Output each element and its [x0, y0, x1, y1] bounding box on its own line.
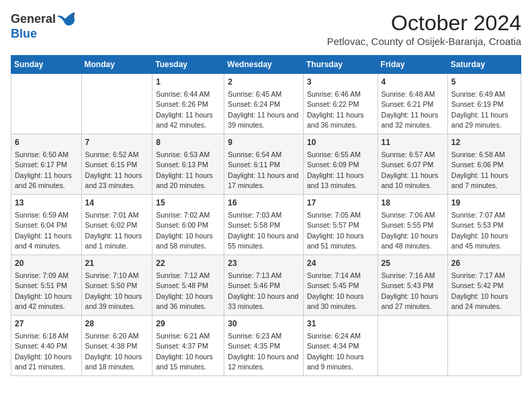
calendar-cell: 21Sunrise: 7:10 AM Sunset: 5:50 PM Dayli… [81, 255, 152, 316]
calendar-week-row: 1Sunrise: 6:44 AM Sunset: 6:26 PM Daylig… [11, 74, 521, 134]
day-info: Sunrise: 6:44 AM Sunset: 6:26 PM Dayligh… [156, 90, 213, 129]
day-number: 19 [451, 197, 517, 209]
day-info: Sunrise: 7:09 AM Sunset: 5:51 PM Dayligh… [15, 271, 72, 310]
day-number: 10 [307, 137, 374, 148]
day-number: 30 [228, 318, 300, 330]
day-info: Sunrise: 7:17 AM Sunset: 5:42 PM Dayligh… [451, 271, 508, 310]
calendar-cell: 2Sunrise: 6:45 AM Sunset: 6:24 PM Daylig… [224, 74, 304, 134]
day-info: Sunrise: 6:54 AM Sunset: 6:11 PM Dayligh… [228, 150, 298, 189]
weekday-header-tuesday: Tuesday [152, 56, 224, 74]
day-number: 22 [156, 258, 220, 269]
day-number: 1 [156, 77, 220, 88]
location-title: Petlovac, County of Osijek-Baranja, Croa… [327, 36, 521, 47]
calendar-cell: 7Sunrise: 6:52 AM Sunset: 6:15 PM Daylig… [81, 134, 152, 195]
day-number: 2 [228, 77, 300, 88]
day-info: Sunrise: 7:05 AM Sunset: 5:57 PM Dayligh… [307, 211, 364, 250]
calendar-cell: 16Sunrise: 7:03 AM Sunset: 5:58 PM Dayli… [224, 195, 304, 255]
calendar-cell: 31Sunrise: 6:24 AM Sunset: 4:34 PM Dayli… [303, 316, 378, 376]
calendar-cell: 1Sunrise: 6:44 AM Sunset: 6:26 PM Daylig… [152, 74, 224, 134]
day-number: 25 [382, 258, 444, 269]
weekday-header-saturday: Saturday [447, 56, 521, 74]
calendar-cell: 25Sunrise: 7:16 AM Sunset: 5:43 PM Dayli… [378, 255, 447, 316]
day-number: 6 [15, 137, 78, 148]
logo: General Blue [11, 11, 76, 41]
calendar-cell: 23Sunrise: 7:13 AM Sunset: 5:46 PM Dayli… [224, 255, 304, 316]
calendar-cell: 11Sunrise: 6:57 AM Sunset: 6:07 PM Dayli… [378, 134, 447, 195]
day-number: 17 [307, 197, 374, 209]
day-number: 11 [382, 137, 444, 148]
calendar-cell: 20Sunrise: 7:09 AM Sunset: 5:51 PM Dayli… [11, 255, 82, 316]
calendar-cell: 22Sunrise: 7:12 AM Sunset: 5:48 PM Dayli… [152, 255, 224, 316]
day-number: 16 [228, 197, 300, 209]
day-number: 27 [15, 318, 78, 330]
calendar-cell [11, 74, 82, 134]
day-info: Sunrise: 6:59 AM Sunset: 6:04 PM Dayligh… [15, 211, 72, 250]
day-info: Sunrise: 6:57 AM Sunset: 6:07 PM Dayligh… [382, 150, 439, 189]
calendar-cell: 10Sunrise: 6:55 AM Sunset: 6:09 PM Dayli… [303, 134, 378, 195]
calendar-week-row: 13Sunrise: 6:59 AM Sunset: 6:04 PM Dayli… [11, 195, 521, 255]
day-info: Sunrise: 7:10 AM Sunset: 5:50 PM Dayligh… [85, 271, 142, 310]
day-info: Sunrise: 6:18 AM Sunset: 4:40 PM Dayligh… [15, 332, 72, 371]
day-info: Sunrise: 6:49 AM Sunset: 6:19 PM Dayligh… [451, 90, 508, 129]
calendar-cell [378, 316, 447, 376]
calendar-cell: 17Sunrise: 7:05 AM Sunset: 5:57 PM Dayli… [303, 195, 378, 255]
day-number: 24 [307, 258, 374, 269]
calendar-cell: 29Sunrise: 6:21 AM Sunset: 4:37 PM Dayli… [152, 316, 224, 376]
day-info: Sunrise: 6:23 AM Sunset: 4:35 PM Dayligh… [228, 332, 298, 371]
day-number: 23 [228, 258, 300, 269]
day-number: 31 [307, 318, 374, 330]
calendar-cell: 30Sunrise: 6:23 AM Sunset: 4:35 PM Dayli… [224, 316, 304, 376]
day-info: Sunrise: 6:48 AM Sunset: 6:21 PM Dayligh… [382, 90, 439, 129]
day-number: 14 [85, 197, 149, 209]
day-number: 28 [85, 318, 149, 330]
day-number: 21 [85, 258, 149, 269]
calendar-cell [81, 74, 152, 134]
calendar-cell: 4Sunrise: 6:48 AM Sunset: 6:21 PM Daylig… [378, 74, 447, 134]
day-number: 15 [156, 197, 220, 209]
day-number: 29 [156, 318, 220, 330]
day-info: Sunrise: 6:58 AM Sunset: 6:06 PM Dayligh… [451, 150, 508, 189]
day-info: Sunrise: 6:45 AM Sunset: 6:24 PM Dayligh… [228, 90, 298, 129]
calendar-cell: 13Sunrise: 6:59 AM Sunset: 6:04 PM Dayli… [11, 195, 82, 255]
weekday-header-thursday: Thursday [303, 56, 378, 74]
day-number: 4 [382, 77, 444, 88]
day-number: 7 [85, 137, 149, 148]
day-info: Sunrise: 6:46 AM Sunset: 6:22 PM Dayligh… [307, 90, 364, 129]
calendar-cell: 24Sunrise: 7:14 AM Sunset: 5:45 PM Dayli… [303, 255, 378, 316]
calendar-cell [447, 316, 521, 376]
day-info: Sunrise: 7:01 AM Sunset: 6:02 PM Dayligh… [85, 211, 142, 250]
day-info: Sunrise: 6:53 AM Sunset: 6:13 PM Dayligh… [156, 150, 213, 189]
day-number: 20 [15, 258, 78, 269]
calendar-header-row: SundayMondayTuesdayWednesdayThursdayFrid… [11, 56, 521, 74]
weekday-header-friday: Friday [378, 56, 447, 74]
day-info: Sunrise: 7:02 AM Sunset: 6:00 PM Dayligh… [156, 211, 213, 250]
day-info: Sunrise: 7:06 AM Sunset: 5:55 PM Dayligh… [382, 211, 439, 250]
weekday-header-sunday: Sunday [11, 56, 82, 74]
calendar-cell: 26Sunrise: 7:17 AM Sunset: 5:42 PM Dayli… [447, 255, 521, 316]
calendar-week-row: 27Sunrise: 6:18 AM Sunset: 4:40 PM Dayli… [11, 316, 521, 376]
day-info: Sunrise: 6:21 AM Sunset: 4:37 PM Dayligh… [156, 332, 213, 371]
day-info: Sunrise: 7:16 AM Sunset: 5:43 PM Dayligh… [382, 271, 439, 310]
calendar-cell: 14Sunrise: 7:01 AM Sunset: 6:02 PM Dayli… [81, 195, 152, 255]
day-info: Sunrise: 6:24 AM Sunset: 4:34 PM Dayligh… [307, 332, 364, 371]
calendar-cell: 12Sunrise: 6:58 AM Sunset: 6:06 PM Dayli… [447, 134, 521, 195]
logo-bird-icon [56, 11, 76, 27]
day-info: Sunrise: 6:50 AM Sunset: 6:17 PM Dayligh… [15, 150, 72, 189]
title-section: October 2024 Petlovac, County of Osijek-… [327, 11, 521, 47]
day-number: 3 [307, 77, 374, 88]
logo-blue-text: Blue [11, 27, 37, 41]
calendar-cell: 27Sunrise: 6:18 AM Sunset: 4:40 PM Dayli… [11, 316, 82, 376]
day-number: 18 [382, 197, 444, 209]
day-info: Sunrise: 7:14 AM Sunset: 5:45 PM Dayligh… [307, 271, 364, 310]
calendar-week-row: 20Sunrise: 7:09 AM Sunset: 5:51 PM Dayli… [11, 255, 521, 316]
calendar-cell: 5Sunrise: 6:49 AM Sunset: 6:19 PM Daylig… [447, 74, 521, 134]
day-info: Sunrise: 6:20 AM Sunset: 4:38 PM Dayligh… [85, 332, 142, 371]
day-number: 8 [156, 137, 220, 148]
day-info: Sunrise: 6:52 AM Sunset: 6:15 PM Dayligh… [85, 150, 142, 189]
calendar-cell: 15Sunrise: 7:02 AM Sunset: 6:00 PM Dayli… [152, 195, 224, 255]
day-info: Sunrise: 7:03 AM Sunset: 5:58 PM Dayligh… [228, 211, 298, 250]
day-info: Sunrise: 6:55 AM Sunset: 6:09 PM Dayligh… [307, 150, 364, 189]
calendar-cell: 19Sunrise: 7:07 AM Sunset: 5:53 PM Dayli… [447, 195, 521, 255]
day-number: 5 [451, 77, 517, 88]
day-info: Sunrise: 7:13 AM Sunset: 5:46 PM Dayligh… [228, 271, 298, 310]
